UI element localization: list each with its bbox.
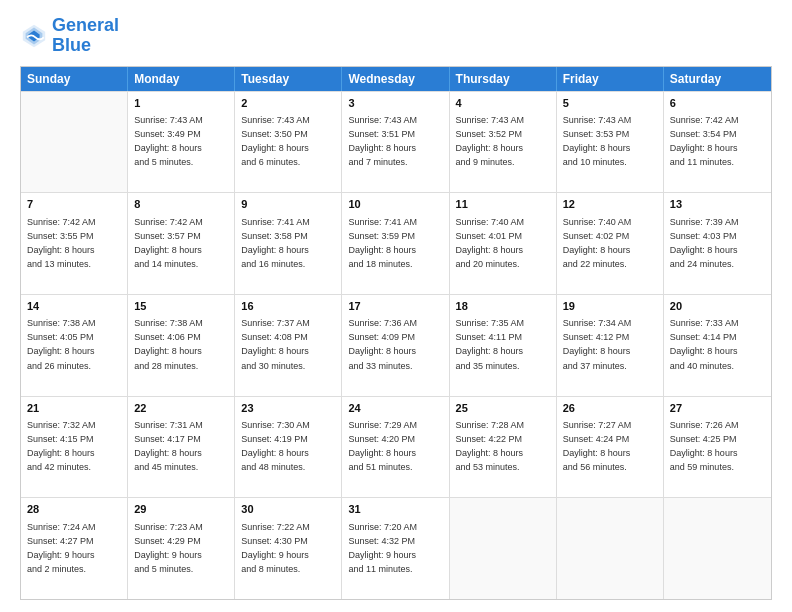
day-number: 24	[348, 401, 442, 416]
day-number: 18	[456, 299, 550, 314]
header-cell-thursday: Thursday	[450, 67, 557, 91]
cell-content: Sunrise: 7:42 AM Sunset: 3:54 PM Dayligh…	[670, 115, 739, 167]
day-cell-10: 10Sunrise: 7:41 AM Sunset: 3:59 PM Dayli…	[342, 193, 449, 294]
logo: General Blue	[20, 16, 119, 56]
day-cell-1: 1Sunrise: 7:43 AM Sunset: 3:49 PM Daylig…	[128, 92, 235, 193]
day-cell-8: 8Sunrise: 7:42 AM Sunset: 3:57 PM Daylig…	[128, 193, 235, 294]
cell-content: Sunrise: 7:43 AM Sunset: 3:53 PM Dayligh…	[563, 115, 632, 167]
day-cell-23: 23Sunrise: 7:30 AM Sunset: 4:19 PM Dayli…	[235, 397, 342, 498]
cell-content: Sunrise: 7:43 AM Sunset: 3:51 PM Dayligh…	[348, 115, 417, 167]
day-number: 23	[241, 401, 335, 416]
cell-content: Sunrise: 7:28 AM Sunset: 4:22 PM Dayligh…	[456, 420, 525, 472]
cell-content: Sunrise: 7:43 AM Sunset: 3:50 PM Dayligh…	[241, 115, 310, 167]
day-cell-21: 21Sunrise: 7:32 AM Sunset: 4:15 PM Dayli…	[21, 397, 128, 498]
header: General Blue	[20, 16, 772, 56]
cell-content: Sunrise: 7:43 AM Sunset: 3:49 PM Dayligh…	[134, 115, 203, 167]
cell-content: Sunrise: 7:38 AM Sunset: 4:06 PM Dayligh…	[134, 318, 203, 370]
day-number: 29	[134, 502, 228, 517]
cell-content: Sunrise: 7:24 AM Sunset: 4:27 PM Dayligh…	[27, 522, 96, 574]
header-cell-saturday: Saturday	[664, 67, 771, 91]
day-number: 1	[134, 96, 228, 111]
cell-content: Sunrise: 7:34 AM Sunset: 4:12 PM Dayligh…	[563, 318, 632, 370]
cell-content: Sunrise: 7:30 AM Sunset: 4:19 PM Dayligh…	[241, 420, 310, 472]
day-number: 14	[27, 299, 121, 314]
day-cell-22: 22Sunrise: 7:31 AM Sunset: 4:17 PM Dayli…	[128, 397, 235, 498]
calendar-row-3: 14Sunrise: 7:38 AM Sunset: 4:05 PM Dayli…	[21, 294, 771, 396]
day-number: 6	[670, 96, 765, 111]
empty-cell	[21, 92, 128, 193]
day-number: 16	[241, 299, 335, 314]
day-number: 20	[670, 299, 765, 314]
header-cell-friday: Friday	[557, 67, 664, 91]
cell-content: Sunrise: 7:40 AM Sunset: 4:01 PM Dayligh…	[456, 217, 525, 269]
cell-content: Sunrise: 7:35 AM Sunset: 4:11 PM Dayligh…	[456, 318, 525, 370]
logo-text-blue: Blue	[52, 36, 119, 56]
day-cell-3: 3Sunrise: 7:43 AM Sunset: 3:51 PM Daylig…	[342, 92, 449, 193]
day-number: 7	[27, 197, 121, 212]
cell-content: Sunrise: 7:37 AM Sunset: 4:08 PM Dayligh…	[241, 318, 310, 370]
calendar-row-5: 28Sunrise: 7:24 AM Sunset: 4:27 PM Dayli…	[21, 497, 771, 599]
day-number: 22	[134, 401, 228, 416]
day-number: 26	[563, 401, 657, 416]
cell-content: Sunrise: 7:41 AM Sunset: 3:59 PM Dayligh…	[348, 217, 417, 269]
day-cell-31: 31Sunrise: 7:20 AM Sunset: 4:32 PM Dayli…	[342, 498, 449, 599]
calendar: SundayMondayTuesdayWednesdayThursdayFrid…	[20, 66, 772, 600]
day-number: 15	[134, 299, 228, 314]
day-cell-5: 5Sunrise: 7:43 AM Sunset: 3:53 PM Daylig…	[557, 92, 664, 193]
header-cell-monday: Monday	[128, 67, 235, 91]
cell-content: Sunrise: 7:33 AM Sunset: 4:14 PM Dayligh…	[670, 318, 739, 370]
cell-content: Sunrise: 7:27 AM Sunset: 4:24 PM Dayligh…	[563, 420, 632, 472]
day-cell-26: 26Sunrise: 7:27 AM Sunset: 4:24 PM Dayli…	[557, 397, 664, 498]
calendar-header: SundayMondayTuesdayWednesdayThursdayFrid…	[21, 67, 771, 91]
day-number: 19	[563, 299, 657, 314]
cell-content: Sunrise: 7:40 AM Sunset: 4:02 PM Dayligh…	[563, 217, 632, 269]
cell-content: Sunrise: 7:22 AM Sunset: 4:30 PM Dayligh…	[241, 522, 310, 574]
day-cell-27: 27Sunrise: 7:26 AM Sunset: 4:25 PM Dayli…	[664, 397, 771, 498]
day-number: 8	[134, 197, 228, 212]
cell-content: Sunrise: 7:41 AM Sunset: 3:58 PM Dayligh…	[241, 217, 310, 269]
day-number: 3	[348, 96, 442, 111]
day-cell-20: 20Sunrise: 7:33 AM Sunset: 4:14 PM Dayli…	[664, 295, 771, 396]
day-cell-19: 19Sunrise: 7:34 AM Sunset: 4:12 PM Dayli…	[557, 295, 664, 396]
day-number: 10	[348, 197, 442, 212]
empty-cell	[557, 498, 664, 599]
day-cell-4: 4Sunrise: 7:43 AM Sunset: 3:52 PM Daylig…	[450, 92, 557, 193]
cell-content: Sunrise: 7:39 AM Sunset: 4:03 PM Dayligh…	[670, 217, 739, 269]
day-cell-28: 28Sunrise: 7:24 AM Sunset: 4:27 PM Dayli…	[21, 498, 128, 599]
day-number: 12	[563, 197, 657, 212]
day-cell-29: 29Sunrise: 7:23 AM Sunset: 4:29 PM Dayli…	[128, 498, 235, 599]
day-number: 2	[241, 96, 335, 111]
logo-text-general: General	[52, 16, 119, 36]
day-cell-30: 30Sunrise: 7:22 AM Sunset: 4:30 PM Dayli…	[235, 498, 342, 599]
header-cell-sunday: Sunday	[21, 67, 128, 91]
cell-content: Sunrise: 7:32 AM Sunset: 4:15 PM Dayligh…	[27, 420, 96, 472]
day-cell-12: 12Sunrise: 7:40 AM Sunset: 4:02 PM Dayli…	[557, 193, 664, 294]
day-number: 17	[348, 299, 442, 314]
day-number: 25	[456, 401, 550, 416]
day-cell-6: 6Sunrise: 7:42 AM Sunset: 3:54 PM Daylig…	[664, 92, 771, 193]
cell-content: Sunrise: 7:23 AM Sunset: 4:29 PM Dayligh…	[134, 522, 203, 574]
calendar-body: 1Sunrise: 7:43 AM Sunset: 3:49 PM Daylig…	[21, 91, 771, 599]
day-cell-7: 7Sunrise: 7:42 AM Sunset: 3:55 PM Daylig…	[21, 193, 128, 294]
day-cell-18: 18Sunrise: 7:35 AM Sunset: 4:11 PM Dayli…	[450, 295, 557, 396]
day-cell-11: 11Sunrise: 7:40 AM Sunset: 4:01 PM Dayli…	[450, 193, 557, 294]
header-cell-tuesday: Tuesday	[235, 67, 342, 91]
day-number: 21	[27, 401, 121, 416]
cell-content: Sunrise: 7:42 AM Sunset: 3:57 PM Dayligh…	[134, 217, 203, 269]
cell-content: Sunrise: 7:43 AM Sunset: 3:52 PM Dayligh…	[456, 115, 525, 167]
header-cell-wednesday: Wednesday	[342, 67, 449, 91]
day-cell-14: 14Sunrise: 7:38 AM Sunset: 4:05 PM Dayli…	[21, 295, 128, 396]
day-cell-17: 17Sunrise: 7:36 AM Sunset: 4:09 PM Dayli…	[342, 295, 449, 396]
calendar-row-2: 7Sunrise: 7:42 AM Sunset: 3:55 PM Daylig…	[21, 192, 771, 294]
day-number: 30	[241, 502, 335, 517]
day-number: 5	[563, 96, 657, 111]
page: General Blue SundayMondayTuesdayWednesda…	[0, 0, 792, 612]
day-number: 4	[456, 96, 550, 111]
empty-cell	[664, 498, 771, 599]
cell-content: Sunrise: 7:29 AM Sunset: 4:20 PM Dayligh…	[348, 420, 417, 472]
cell-content: Sunrise: 7:26 AM Sunset: 4:25 PM Dayligh…	[670, 420, 739, 472]
calendar-row-1: 1Sunrise: 7:43 AM Sunset: 3:49 PM Daylig…	[21, 91, 771, 193]
day-cell-2: 2Sunrise: 7:43 AM Sunset: 3:50 PM Daylig…	[235, 92, 342, 193]
day-number: 28	[27, 502, 121, 517]
cell-content: Sunrise: 7:20 AM Sunset: 4:32 PM Dayligh…	[348, 522, 417, 574]
